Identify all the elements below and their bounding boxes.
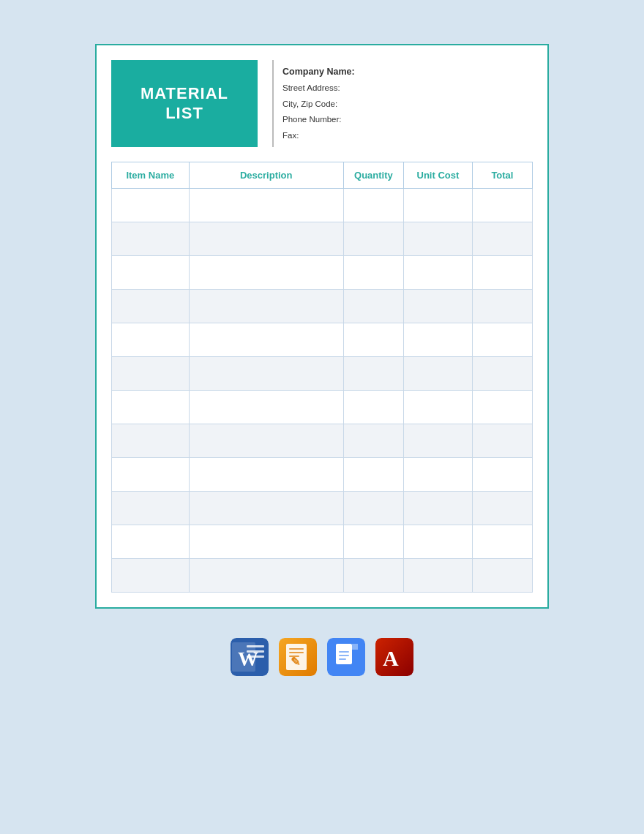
- table-cell: [189, 256, 343, 290]
- table-cell: [472, 290, 532, 323]
- svg-rect-16: [339, 651, 349, 653]
- table-container: Item Name Description Quantity Unit Cost…: [97, 162, 547, 607]
- title-box: MATERIAL LIST: [111, 60, 258, 147]
- table-cell: [189, 559, 343, 593]
- table-cell: [403, 290, 472, 323]
- table-cell: [189, 525, 343, 559]
- table-cell: [189, 357, 343, 391]
- table-row: [112, 525, 533, 559]
- table-cell: [343, 323, 403, 357]
- table-cell: [343, 256, 403, 290]
- table-cell: [472, 458, 532, 492]
- svg-text:A: A: [383, 646, 399, 670]
- table-cell: [472, 189, 532, 222]
- document-title: MATERIAL LIST: [141, 84, 228, 123]
- table-row: [112, 222, 533, 256]
- table-cell: [343, 458, 403, 492]
- svg-rect-3: [247, 645, 264, 647]
- svg-rect-9: [289, 652, 304, 653]
- table-row: [112, 256, 533, 290]
- table-row: [112, 323, 533, 357]
- svg-rect-4: [247, 650, 264, 653]
- col-header-total: Total: [472, 162, 532, 189]
- table-cell: [343, 189, 403, 222]
- table-cell: [472, 559, 532, 593]
- svg-rect-13: [336, 644, 352, 664]
- company-address-label: Street Address:: [282, 81, 355, 96]
- table-row: [112, 391, 533, 424]
- table-cell: [403, 458, 472, 492]
- table-cell: [343, 391, 403, 424]
- svg-rect-18: [339, 658, 346, 660]
- col-header-quantity: Quantity: [343, 162, 403, 189]
- table-cell: [189, 189, 343, 222]
- table-cell: [112, 391, 190, 424]
- table-header-row: Item Name Description Quantity Unit Cost…: [112, 162, 533, 189]
- material-table: Item Name Description Quantity Unit Cost…: [111, 162, 533, 593]
- app-icons-row: W ✎: [231, 638, 413, 676]
- table-row: [112, 357, 533, 391]
- table-cell: [343, 559, 403, 593]
- document-header: MATERIAL LIST Company Name: Street Addre…: [97, 45, 547, 162]
- company-info: Company Name: Street Address: City, Zip …: [272, 60, 355, 147]
- table-cell: [112, 458, 190, 492]
- word-icon[interactable]: W: [231, 638, 269, 676]
- table-body: [112, 189, 533, 593]
- table-cell: [403, 559, 472, 593]
- table-cell: [403, 391, 472, 424]
- table-cell: [112, 256, 190, 290]
- table-cell: [112, 525, 190, 559]
- table-cell: [112, 559, 190, 593]
- table-row: [112, 290, 533, 323]
- svg-rect-17: [339, 655, 349, 656]
- table-cell: [472, 424, 532, 458]
- table-cell: [403, 323, 472, 357]
- table-cell: [403, 525, 472, 559]
- table-cell: [189, 323, 343, 357]
- svg-rect-5: [247, 655, 264, 658]
- table-row: [112, 492, 533, 525]
- table-row: [112, 559, 533, 593]
- table-cell: [472, 256, 532, 290]
- table-cell: [189, 458, 343, 492]
- table-row: [112, 189, 533, 222]
- table-cell: [189, 222, 343, 256]
- table-cell: [403, 189, 472, 222]
- pages-icon[interactable]: ✎: [279, 638, 317, 676]
- table-cell: [189, 391, 343, 424]
- table-cell: [472, 391, 532, 424]
- table-cell: [343, 357, 403, 391]
- google-docs-icon[interactable]: [327, 638, 365, 676]
- table-cell: [472, 492, 532, 525]
- table-cell: [112, 357, 190, 391]
- table-row: [112, 424, 533, 458]
- svg-rect-8: [289, 648, 304, 650]
- company-phone-label: Phone Number:: [282, 113, 355, 127]
- table-cell: [343, 492, 403, 525]
- table-cell: [112, 492, 190, 525]
- table-cell: [472, 357, 532, 391]
- table-cell: [343, 290, 403, 323]
- table-cell: [112, 323, 190, 357]
- table-cell: [343, 222, 403, 256]
- table-cell: [403, 256, 472, 290]
- table-cell: [403, 222, 472, 256]
- table-cell: [472, 222, 532, 256]
- table-cell: [112, 189, 190, 222]
- document-container: MATERIAL LIST Company Name: Street Addre…: [95, 44, 549, 609]
- table-cell: [343, 525, 403, 559]
- table-cell: [403, 424, 472, 458]
- col-header-description: Description: [189, 162, 343, 189]
- table-cell: [472, 323, 532, 357]
- company-name-label: Company Name:: [282, 64, 355, 80]
- table-cell: [403, 357, 472, 391]
- table-cell: [112, 290, 190, 323]
- svg-text:✎: ✎: [291, 655, 300, 668]
- col-header-unit-cost: Unit Cost: [403, 162, 472, 189]
- company-fax-label: Fax:: [282, 129, 355, 143]
- table-cell: [189, 424, 343, 458]
- adobe-icon[interactable]: A: [375, 638, 413, 676]
- table-cell: [189, 492, 343, 525]
- table-cell: [472, 525, 532, 559]
- table-cell: [403, 492, 472, 525]
